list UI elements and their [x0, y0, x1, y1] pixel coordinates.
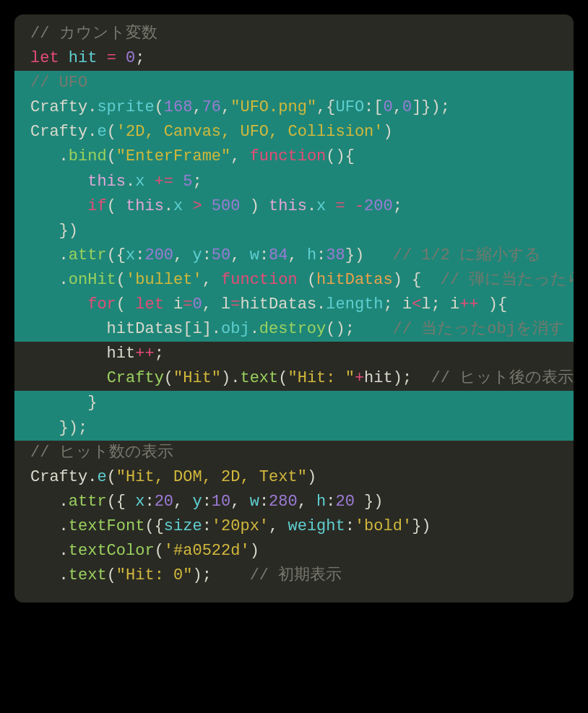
- code-line: .attr({x:200, y:50, w:84, h:38}) // 1/2 …: [14, 243, 574, 268]
- token-ident: ; i: [384, 295, 412, 314]
- token-string: "Hit: 0": [116, 566, 193, 584]
- token-prop: x: [316, 197, 335, 215]
- token-number: 168: [164, 98, 193, 116]
- token-number: 0: [126, 49, 135, 67]
- token-keyword: function: [250, 147, 327, 165]
- code-line: if( this.x > 500 ) this.x = -200;: [14, 194, 574, 219]
- token-punct: ;: [155, 345, 164, 363]
- token-string: 'bullet': [126, 271, 202, 289]
- token-punct: ): [384, 123, 393, 141]
- token-punct: }): [412, 517, 431, 535]
- token-method: onHit: [69, 271, 116, 289]
- token-punct: [30, 197, 87, 215]
- token-prop: sprite: [97, 98, 154, 116]
- token-punct: ,{: [316, 98, 335, 116]
- token-punct: (: [155, 98, 164, 116]
- token-punct: :: [259, 493, 269, 511]
- token-punct: :: [202, 517, 212, 535]
- token-op: =: [230, 295, 240, 314]
- token-punct: ) {: [393, 271, 441, 289]
- code-block[interactable]: // カウント変数let hit = 0;// UFOCrafty.sprite…: [14, 22, 574, 588]
- token-punct: .: [30, 517, 69, 535]
- token-method: attr: [69, 246, 107, 264]
- token-punct: ,: [393, 98, 402, 116]
- token-punct: }): [355, 493, 384, 511]
- token-punct: [: [373, 98, 383, 116]
- token-punct: .: [87, 468, 97, 486]
- token-punct: (: [107, 123, 116, 141]
- token-punct: ,: [173, 493, 192, 511]
- token-string: "Hit, DOM, 2D, Text": [116, 468, 307, 486]
- token-punct: ,: [269, 517, 287, 535]
- token-number: 84: [269, 246, 287, 264]
- code-line: // UFO: [14, 71, 574, 95]
- token-punct: .: [307, 197, 316, 215]
- token-comment: // 当たったobjを消す: [393, 320, 565, 338]
- token-punct: (){: [326, 147, 355, 165]
- token-punct: .: [87, 123, 97, 141]
- token-ident: hit);: [364, 369, 431, 387]
- token-op: +: [355, 369, 364, 387]
- token-number: 200: [144, 246, 173, 264]
- token-punct: (: [107, 147, 116, 165]
- token-string: '20px': [212, 517, 269, 535]
- code-line: hit++;: [14, 342, 574, 366]
- token-string: '#a0522d': [164, 542, 250, 560]
- token-op: <: [412, 295, 421, 314]
- token-keyword: function: [221, 271, 307, 289]
- token-comment: // UFO: [30, 74, 87, 92]
- token-ident: Crafty: [30, 123, 87, 141]
- token-prop: w: [250, 246, 259, 264]
- token-string: "Hit": [173, 369, 221, 387]
- token-punct: ,: [287, 246, 306, 264]
- token-punct: .: [30, 246, 69, 264]
- token-punct: ): [250, 542, 259, 560]
- token-punct: (: [116, 295, 135, 314]
- token-ident: hit: [30, 345, 135, 363]
- token-punct: (: [164, 369, 173, 387]
- token-punct: ,: [173, 246, 192, 264]
- token-punct: ,: [192, 98, 202, 116]
- token-string: "EnterFrame": [116, 147, 230, 165]
- token-punct: (: [307, 271, 316, 289]
- token-ident: , l: [202, 295, 231, 314]
- token-method: Crafty: [107, 369, 164, 387]
- token-prop: y: [192, 246, 202, 264]
- token-prop: w: [250, 493, 259, 511]
- token-op: ++: [459, 295, 488, 314]
- token-punct: ({: [144, 517, 163, 535]
- token-punct: .: [30, 493, 69, 511]
- token-punct: :: [364, 98, 373, 116]
- token-prop: x: [135, 493, 144, 511]
- token-punct: ;: [393, 197, 402, 215]
- token-number: 0: [384, 98, 393, 116]
- token-method: attr: [69, 493, 107, 511]
- token-punct: :: [259, 246, 269, 264]
- token-punct: ): [240, 197, 269, 215]
- token-punct: .: [126, 173, 135, 191]
- token-prop: obj: [221, 320, 250, 338]
- token-punct: (: [107, 566, 116, 584]
- token-number: 280: [269, 493, 298, 511]
- token-number: 20: [336, 493, 355, 511]
- token-punct: }): [345, 246, 393, 264]
- token-op: ++: [135, 345, 154, 363]
- token-punct: }): [30, 222, 78, 240]
- token-comment: // ヒット後の表示: [431, 369, 574, 387]
- token-punct: });: [30, 419, 87, 437]
- token-number: 500: [212, 197, 241, 215]
- token-keyword: let: [135, 295, 173, 314]
- token-op: -: [355, 197, 364, 215]
- token-comment: // 初期表示: [250, 566, 342, 584]
- token-this: this: [87, 173, 126, 191]
- token-punct: :: [345, 517, 355, 535]
- token-number: 0: [192, 295, 202, 314]
- code-line: Crafty.e("Hit, DOM, 2D, Text"): [14, 465, 574, 490]
- code-line: .bind("EnterFrame", function(){: [14, 144, 574, 169]
- token-punct: :: [144, 493, 154, 511]
- token-ident: Crafty: [30, 468, 87, 486]
- token-punct: ,: [230, 493, 249, 511]
- code-line: });: [14, 416, 574, 441]
- token-number: 0: [402, 98, 412, 116]
- token-ident: l; i: [421, 295, 459, 314]
